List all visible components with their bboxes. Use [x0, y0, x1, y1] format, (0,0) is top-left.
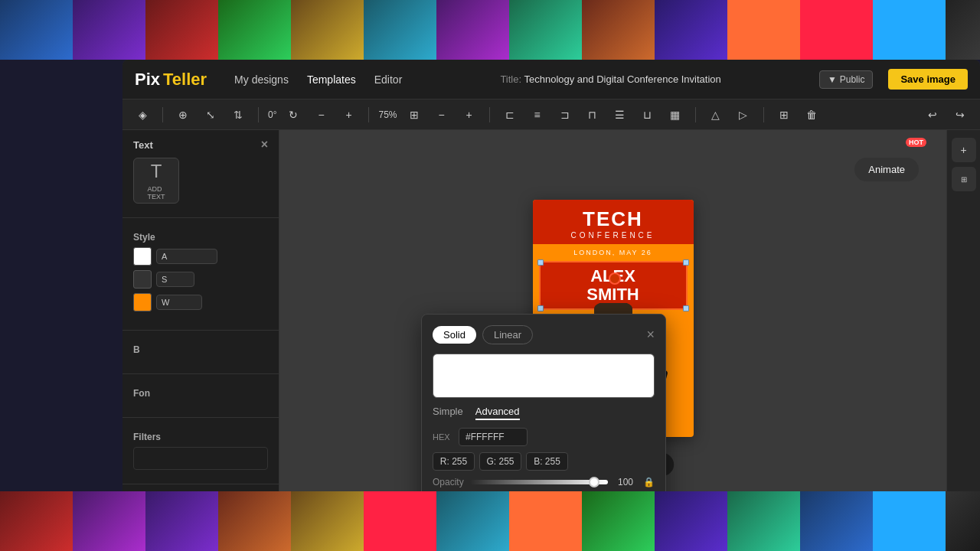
align-bottom-icon[interactable]: ⊔: [637, 104, 658, 126]
hex-input[interactable]: [459, 428, 528, 446]
layers-icon[interactable]: ◈: [132, 104, 153, 126]
bg-thumb: [364, 491, 436, 551]
solid-tab[interactable]: Solid: [433, 326, 476, 344]
opacity-track[interactable]: [470, 480, 608, 484]
align-middle-icon[interactable]: ☰: [609, 104, 631, 126]
lock-icon[interactable]: 🔒: [643, 477, 655, 487]
plus-icon[interactable]: +: [338, 104, 359, 126]
style-section: Style: [122, 224, 279, 324]
add-layer-icon[interactable]: +: [952, 138, 976, 162]
minus-icon[interactable]: −: [310, 104, 332, 126]
bg-thumb: [436, 0, 509, 60]
nav-editor[interactable]: Editor: [374, 73, 403, 86]
move-icon[interactable]: ⊕: [172, 104, 194, 126]
bg-thumb: [509, 491, 582, 551]
hex-label: HEX: [433, 432, 454, 442]
bg-thumb: [145, 0, 218, 60]
handle-tr[interactable]: [683, 259, 689, 266]
bg-thumb: [800, 491, 873, 551]
linear-tab[interactable]: Linear: [482, 325, 533, 344]
color-preview-large: [433, 354, 655, 398]
save-image-button[interactable]: Save image: [888, 69, 968, 90]
logo-pix: Pix: [135, 70, 160, 90]
red-input[interactable]: [433, 452, 475, 471]
grid-icon[interactable]: ⊞: [403, 104, 425, 126]
align-right-icon[interactable]: ⊐: [554, 104, 576, 126]
style-color-swatch[interactable]: [133, 247, 152, 266]
opacity-row: Opacity 100 🔒: [433, 477, 655, 487]
expand-icon[interactable]: ⊞: [773, 104, 795, 126]
green-input[interactable]: [479, 452, 521, 471]
align-center-icon[interactable]: ≡: [527, 104, 548, 126]
opacity-knob[interactable]: [589, 477, 599, 487]
opacity-label: Opacity: [433, 477, 464, 487]
bg-thumb: [73, 491, 145, 551]
blue-input[interactable]: [526, 452, 568, 471]
align-left-icon[interactable]: ⊏: [499, 104, 521, 126]
background-label: B: [133, 344, 268, 355]
bg-thumb: [73, 0, 145, 60]
style-color-row: [133, 247, 268, 266]
bg-thumb: [873, 0, 946, 60]
opacity-value: 100: [614, 477, 637, 487]
style-bg-swatch[interactable]: [133, 293, 152, 311]
style-input[interactable]: [156, 249, 217, 264]
handle-bl[interactable]: [537, 305, 544, 311]
selection-dot[interactable]: [609, 272, 621, 285]
style-row3: [133, 293, 268, 311]
animate-button[interactable]: Animate: [854, 158, 919, 181]
triangle-icon[interactable]: △: [705, 104, 727, 126]
divider: [122, 217, 279, 218]
visibility-button[interactable]: ▼ Public: [819, 70, 874, 89]
rotate-value: 0°: [268, 109, 276, 120]
advanced-tab[interactable]: Advanced: [475, 406, 520, 420]
undo-icon[interactable]: ↩: [922, 104, 943, 126]
zoom-minus-icon[interactable]: −: [431, 104, 452, 126]
right-sidebar: + ⊞: [946, 130, 980, 491]
simple-tab[interactable]: Simple: [433, 406, 463, 420]
delete-icon[interactable]: 🗑: [801, 104, 822, 126]
style-label: Style: [133, 232, 268, 243]
design-header: TECH CONFERENCE: [533, 200, 694, 244]
bg-thumb: [800, 0, 873, 60]
bg-thumb: [727, 491, 800, 551]
style-stroke-swatch[interactable]: [133, 270, 152, 289]
bg-thumb: [509, 0, 582, 60]
bg-thumb: [0, 0, 73, 60]
location-text: LONDON, MAY 26: [533, 249, 694, 256]
handle-tl[interactable]: [537, 259, 544, 266]
close-icon[interactable]: ×: [261, 138, 268, 152]
layers-icon[interactable]: ⊞: [952, 167, 976, 191]
resize-icon[interactable]: ⤡: [200, 104, 221, 126]
bg-thumb: [655, 0, 727, 60]
zoom-pct: 75%: [378, 109, 397, 120]
modal-close-icon[interactable]: ×: [646, 327, 655, 343]
triangle-flip-icon[interactable]: ▷: [733, 104, 754, 126]
nav-templates[interactable]: Templates: [307, 73, 356, 86]
hex-row: HEX: [433, 428, 655, 446]
main-area: Text × T ADD TEXT Style: [122, 130, 980, 491]
logo: Pix Teller: [135, 70, 207, 90]
toolbar-separator: [763, 107, 764, 122]
divider: [122, 330, 279, 331]
add-text-button[interactable]: T ADD TEXT: [133, 158, 179, 204]
toolbar: ◈ ⊕ ⤡ ⇅ 0° ↻ − + 75% ⊞ − + ⊏ ≡ ⊐ ⊓ ☰ ⊔ ▦…: [122, 99, 980, 130]
left-panel: Text × T ADD TEXT Style: [122, 130, 279, 491]
style-opacity-input[interactable]: [156, 295, 202, 310]
toolbar-separator: [162, 107, 163, 122]
rgb-row: [433, 452, 655, 471]
nav-my-designs[interactable]: My designs: [234, 73, 289, 86]
zoom-plus-icon[interactable]: +: [459, 104, 480, 126]
add-text-label: ADD TEXT: [147, 185, 165, 201]
flip-icon[interactable]: ⇅: [227, 104, 249, 126]
filters-preview: [133, 447, 268, 470]
bar-chart-icon[interactable]: ▦: [665, 104, 686, 126]
style-size-input[interactable]: [156, 272, 194, 287]
bg-thumb: [582, 491, 655, 551]
handle-br[interactable]: [683, 305, 689, 311]
redo-icon[interactable]: ↪: [949, 104, 971, 126]
bg-thumb: [218, 0, 291, 60]
toolbar-separator: [258, 107, 259, 122]
align-top-icon[interactable]: ⊓: [582, 104, 603, 126]
rotate-icon[interactable]: ↻: [283, 104, 304, 126]
